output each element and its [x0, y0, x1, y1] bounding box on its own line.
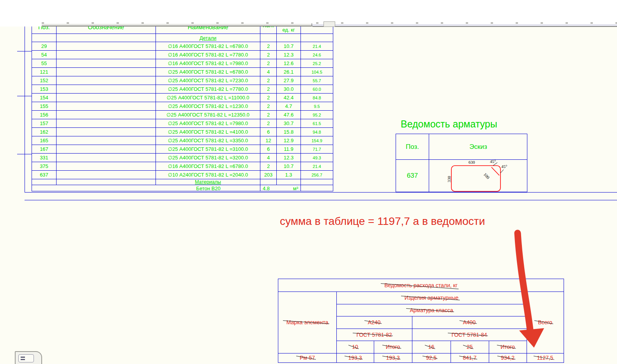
- cell-qty: 2: [260, 162, 277, 170]
- cell-unit-mass: 47.6: [277, 111, 301, 119]
- cell-qty: 4: [260, 154, 277, 162]
- cell-total-mass: 21.4: [301, 162, 333, 170]
- window-top-area: [0, 0, 617, 24]
- spec-header-row: Поз. Обозначение Наименование Кол. ед. к…: [32, 26, 333, 34]
- cell-designation: [57, 128, 156, 136]
- cell-total-mass: 55.7: [301, 76, 333, 85]
- cell-pos: 375: [32, 162, 57, 170]
- arrow-head: [519, 328, 544, 348]
- spec-section-details-row: Детали: [32, 34, 333, 42]
- cell-total-mass: 95.2: [301, 111, 333, 119]
- steel-size-25: 25: [451, 341, 489, 353]
- cell-total-mass: 84.8: [301, 94, 333, 102]
- markup-arrow: [503, 229, 550, 354]
- sheet-frame-horizontal-line-upper: [25, 192, 617, 193]
- cell-designation: [57, 76, 156, 85]
- cell-designation: [57, 136, 156, 145]
- table-row: 154∅25 А400ГОСТ 5781-82 L =11000.0242.48…: [32, 94, 333, 102]
- cell-pos: 162: [32, 128, 57, 136]
- cell-designation: [57, 154, 156, 162]
- cell-name: ∅16 А400ГОСТ 5781-82 L =6780.0: [156, 42, 260, 50]
- cell-name: ∅16 А400ГОСТ 5781-82 L =6780.0: [156, 162, 260, 170]
- spec-header-mass: ед. кг: [282, 27, 295, 33]
- mini-panel-button[interactable]: [18, 354, 34, 362]
- spec-header-pos: Поз.: [38, 26, 50, 30]
- rebar-sketch-hook-line: [491, 167, 499, 175]
- spec-header-designation: Обозначение: [88, 26, 124, 30]
- cell-designation: [57, 171, 156, 179]
- cell-qty: 2: [260, 102, 277, 110]
- cell-total-mass: 71.7: [301, 145, 333, 153]
- table-row: 331∅25 А400ГОСТ 5781-82 L =3200.0412.349…: [32, 154, 333, 162]
- leader-stub-line: [17, 51, 32, 51]
- rebar-sketch: 630 45° 45° 330 100: [444, 157, 514, 192]
- spec-section-materials-row: Материалы: [32, 179, 333, 185]
- cell-total-mass: 61.5: [301, 119, 333, 127]
- scrollbar-thumb[interactable]: [324, 21, 335, 27]
- cell-pos: 165: [32, 136, 57, 145]
- table-row: 167∅25 А400ГОСТ 5781-82 L =3100.0611.971…: [32, 145, 333, 154]
- steel-size-16: 16: [412, 341, 451, 353]
- cell-unit-mass: 27.9: [277, 76, 301, 85]
- steel-gost-82: ГОСТ 5781-82: [336, 329, 412, 341]
- cell-qty: 2: [260, 94, 277, 102]
- table-row: 157∅25 А400ГОСТ 5781-82 L =7980.0230.761…: [32, 119, 333, 128]
- cell-qty: 203: [260, 171, 277, 179]
- mini-button-glyph: [21, 357, 25, 358]
- cell-pos: 157: [32, 119, 57, 127]
- horizontal-scrollbar-track-right[interactable]: [313, 24, 617, 27]
- cell-qty: 4: [260, 68, 277, 76]
- cell-unit-mass: 15.8: [277, 128, 301, 136]
- cell-unit-mass: 1.3: [277, 171, 301, 179]
- window-top-area-left: [0, 24, 42, 27]
- cell-total-mass: 60.0: [301, 85, 333, 93]
- cell-designation: [57, 68, 156, 76]
- table-row: 162∅25 А400ГОСТ 5781-82 L =4100.0615.894…: [32, 128, 333, 136]
- table-row: 152∅25 А400ГОСТ 5781-82 L =7230.0227.955…: [32, 76, 333, 85]
- cell-designation: [57, 85, 156, 93]
- cell-name: ∅25 А400ГОСТ 5781-82 L =7780.0: [156, 85, 260, 93]
- cell-qty: 12: [260, 136, 277, 145]
- cell-name: ∅25 А400ГОСТ 5781-82 L =6780.0: [156, 68, 260, 76]
- cell-pos: 152: [32, 76, 57, 85]
- cell-name: ∅16 А400ГОСТ 5781-82 L =7780.0: [156, 51, 260, 59]
- table-row: 155∅25 А400ГОСТ 5781-82 L =1230.024.79.5: [32, 102, 333, 111]
- cell-qty: 2: [260, 85, 277, 93]
- table-row: 156∅25 А400ГОСТ 5781-82 L =12350.0247.69…: [32, 111, 333, 119]
- concrete-volume: 4.8: [263, 186, 270, 191]
- cell-total-mass: 94.8: [301, 128, 333, 136]
- cell-total-mass: 21.4: [301, 42, 333, 50]
- cad-drawing-canvas[interactable]: Поз. Обозначение Наименование Кол. ед. к…: [0, 0, 617, 364]
- cell-unit-mass: 42.4: [277, 94, 301, 102]
- cell-pos: 167: [32, 145, 57, 153]
- cell-name: ∅25 А400ГОСТ 5781-82 L =3100.0: [156, 145, 260, 153]
- cell-designation: [57, 102, 156, 110]
- table-row: 54∅16 А400ГОСТ 5781-82 L =7780.0212.324.…: [32, 51, 333, 59]
- cell-unit-mass: 12.3: [277, 51, 301, 59]
- steel-group-products: Изделия арматурные: [336, 292, 527, 304]
- cell-unit-mass: 4.7: [277, 102, 301, 110]
- cell-pos: 156: [32, 111, 57, 119]
- cell-designation: [57, 59, 156, 67]
- cell-unit-mass: 12.3: [277, 154, 301, 162]
- table-row: 29∅16 А400ГОСТ 5781-82 L =6780.0210.721.…: [32, 42, 333, 51]
- cell-total-mass: 104.5: [301, 68, 333, 76]
- leader-stub-line: [17, 96, 32, 96]
- cell-qty: 6: [260, 128, 277, 136]
- cell-total-mass: 9.5: [301, 102, 333, 110]
- steel-size-itogo-a240: Итого: [374, 341, 412, 353]
- cell-designation: [57, 42, 156, 50]
- cell-name: ∅10 А240ГОСТ 5781-82 L =2040.0: [156, 171, 260, 179]
- cell-pos: 54: [32, 51, 57, 59]
- cell-qty: 2: [260, 76, 277, 85]
- cell-total-mass: 154.9: [301, 136, 333, 145]
- table-row: 375∅16 А400ГОСТ 5781-82 L =6780.0210.721…: [32, 162, 333, 171]
- angle-mark: [500, 170, 504, 173]
- cell-unit-mass: 30.0: [277, 85, 301, 93]
- table-row: 637∅10 А240ГОСТ 5781-82 L =2040.02031.32…: [32, 171, 333, 179]
- markup-annotation-text: сумма в таблице = 1197,7 а в ведомости: [280, 215, 485, 228]
- cell-unit-mass: 10.7: [277, 42, 301, 50]
- cell-unit-mass: 10.7: [277, 162, 301, 170]
- spec-header-name: Наименование: [188, 26, 228, 30]
- cell-pos: 637: [32, 171, 57, 179]
